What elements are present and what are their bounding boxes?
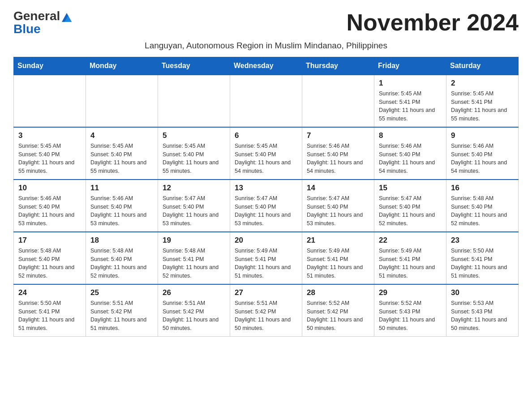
day-info: Sunrise: 5:48 AM Sunset: 5:40 PM Dayligh… bbox=[90, 247, 153, 280]
col-wednesday: Wednesday bbox=[230, 57, 302, 75]
day-number: 8 bbox=[379, 131, 442, 140]
day-cell: 28Sunrise: 5:52 AM Sunset: 5:42 PM Dayli… bbox=[302, 284, 374, 337]
week-row-4: 17Sunrise: 5:48 AM Sunset: 5:40 PM Dayli… bbox=[14, 232, 519, 284]
day-cell: 3Sunrise: 5:45 AM Sunset: 5:40 PM Daylig… bbox=[14, 127, 86, 180]
day-cell: 18Sunrise: 5:48 AM Sunset: 5:40 PM Dayli… bbox=[86, 232, 158, 284]
day-cell: 5Sunrise: 5:45 AM Sunset: 5:40 PM Daylig… bbox=[158, 127, 230, 180]
day-cell bbox=[158, 75, 230, 127]
col-thursday: Thursday bbox=[302, 57, 374, 75]
month-title: November 2024 bbox=[347, 9, 519, 36]
day-info: Sunrise: 5:46 AM Sunset: 5:40 PM Dayligh… bbox=[451, 142, 514, 176]
subtitle: Languyan, Autonomous Region in Muslim Mi… bbox=[13, 41, 519, 51]
day-cell bbox=[86, 75, 158, 127]
day-info: Sunrise: 5:49 AM Sunset: 5:41 PM Dayligh… bbox=[235, 247, 297, 280]
page-header: General Blue November 2024 bbox=[13, 9, 519, 36]
day-info: Sunrise: 5:46 AM Sunset: 5:40 PM Dayligh… bbox=[18, 194, 81, 228]
day-number: 14 bbox=[307, 184, 369, 193]
day-info: Sunrise: 5:49 AM Sunset: 5:41 PM Dayligh… bbox=[379, 247, 442, 280]
day-cell bbox=[14, 75, 86, 127]
day-info: Sunrise: 5:52 AM Sunset: 5:42 PM Dayligh… bbox=[307, 299, 369, 333]
day-info: Sunrise: 5:46 AM Sunset: 5:40 PM Dayligh… bbox=[90, 194, 153, 228]
day-number: 17 bbox=[18, 236, 81, 245]
week-row-5: 24Sunrise: 5:50 AM Sunset: 5:41 PM Dayli… bbox=[14, 284, 519, 337]
day-number: 24 bbox=[18, 288, 81, 297]
day-info: Sunrise: 5:50 AM Sunset: 5:41 PM Dayligh… bbox=[451, 247, 514, 280]
day-number: 15 bbox=[379, 184, 442, 193]
calendar-header-row: Sunday Monday Tuesday Wednesday Thursday… bbox=[14, 57, 519, 75]
day-cell: 13Sunrise: 5:47 AM Sunset: 5:40 PM Dayli… bbox=[230, 180, 302, 232]
day-cell: 11Sunrise: 5:46 AM Sunset: 5:40 PM Dayli… bbox=[86, 180, 158, 232]
day-number: 10 bbox=[18, 184, 81, 193]
day-cell: 30Sunrise: 5:53 AM Sunset: 5:43 PM Dayli… bbox=[446, 284, 519, 337]
day-number: 26 bbox=[163, 288, 225, 297]
day-cell bbox=[302, 75, 374, 127]
day-info: Sunrise: 5:46 AM Sunset: 5:40 PM Dayligh… bbox=[379, 142, 442, 176]
day-number: 18 bbox=[90, 236, 153, 245]
day-cell: 29Sunrise: 5:52 AM Sunset: 5:43 PM Dayli… bbox=[374, 284, 446, 337]
day-cell: 8Sunrise: 5:46 AM Sunset: 5:40 PM Daylig… bbox=[374, 127, 446, 180]
day-info: Sunrise: 5:45 AM Sunset: 5:40 PM Dayligh… bbox=[90, 142, 153, 176]
day-cell: 23Sunrise: 5:50 AM Sunset: 5:41 PM Dayli… bbox=[446, 232, 519, 284]
day-cell: 12Sunrise: 5:47 AM Sunset: 5:40 PM Dayli… bbox=[158, 180, 230, 232]
day-info: Sunrise: 5:50 AM Sunset: 5:41 PM Dayligh… bbox=[18, 299, 81, 333]
day-number: 27 bbox=[235, 288, 297, 297]
day-cell: 9Sunrise: 5:46 AM Sunset: 5:40 PM Daylig… bbox=[446, 127, 519, 180]
day-number: 23 bbox=[451, 236, 514, 245]
day-number: 29 bbox=[379, 288, 442, 297]
logo: General Blue bbox=[13, 9, 72, 36]
day-info: Sunrise: 5:53 AM Sunset: 5:43 PM Dayligh… bbox=[451, 299, 514, 333]
day-cell: 16Sunrise: 5:48 AM Sunset: 5:40 PM Dayli… bbox=[446, 180, 519, 232]
day-cell: 1Sunrise: 5:45 AM Sunset: 5:41 PM Daylig… bbox=[374, 75, 446, 127]
day-info: Sunrise: 5:51 AM Sunset: 5:42 PM Dayligh… bbox=[90, 299, 153, 333]
logo-arrow-icon bbox=[62, 13, 72, 24]
day-cell: 22Sunrise: 5:49 AM Sunset: 5:41 PM Dayli… bbox=[374, 232, 446, 284]
day-info: Sunrise: 5:51 AM Sunset: 5:42 PM Dayligh… bbox=[235, 299, 297, 333]
day-cell: 17Sunrise: 5:48 AM Sunset: 5:40 PM Dayli… bbox=[14, 232, 86, 284]
day-number: 9 bbox=[451, 131, 514, 140]
day-info: Sunrise: 5:48 AM Sunset: 5:41 PM Dayligh… bbox=[163, 247, 225, 280]
week-row-1: 1Sunrise: 5:45 AM Sunset: 5:41 PM Daylig… bbox=[14, 75, 519, 127]
day-number: 3 bbox=[18, 131, 81, 140]
day-info: Sunrise: 5:45 AM Sunset: 5:40 PM Dayligh… bbox=[163, 142, 225, 176]
day-number: 21 bbox=[307, 236, 369, 245]
day-cell: 15Sunrise: 5:47 AM Sunset: 5:40 PM Dayli… bbox=[374, 180, 446, 232]
day-number: 11 bbox=[90, 184, 153, 193]
day-cell: 27Sunrise: 5:51 AM Sunset: 5:42 PM Dayli… bbox=[230, 284, 302, 337]
day-cell: 24Sunrise: 5:50 AM Sunset: 5:41 PM Dayli… bbox=[14, 284, 86, 337]
week-row-3: 10Sunrise: 5:46 AM Sunset: 5:40 PM Dayli… bbox=[14, 180, 519, 232]
day-number: 6 bbox=[235, 131, 297, 140]
day-info: Sunrise: 5:45 AM Sunset: 5:40 PM Dayligh… bbox=[18, 142, 81, 176]
day-info: Sunrise: 5:52 AM Sunset: 5:43 PM Dayligh… bbox=[379, 299, 442, 333]
day-cell: 6Sunrise: 5:45 AM Sunset: 5:40 PM Daylig… bbox=[230, 127, 302, 180]
day-cell: 7Sunrise: 5:46 AM Sunset: 5:40 PM Daylig… bbox=[302, 127, 374, 180]
day-info: Sunrise: 5:47 AM Sunset: 5:40 PM Dayligh… bbox=[163, 194, 225, 228]
day-info: Sunrise: 5:45 AM Sunset: 5:41 PM Dayligh… bbox=[379, 90, 442, 123]
day-number: 4 bbox=[90, 131, 153, 140]
day-info: Sunrise: 5:47 AM Sunset: 5:40 PM Dayligh… bbox=[307, 194, 369, 228]
logo-general-text: General bbox=[13, 9, 60, 23]
day-number: 28 bbox=[307, 288, 369, 297]
day-cell: 4Sunrise: 5:45 AM Sunset: 5:40 PM Daylig… bbox=[86, 127, 158, 180]
day-cell: 10Sunrise: 5:46 AM Sunset: 5:40 PM Dayli… bbox=[14, 180, 86, 232]
day-cell: 19Sunrise: 5:48 AM Sunset: 5:41 PM Dayli… bbox=[158, 232, 230, 284]
day-cell: 21Sunrise: 5:49 AM Sunset: 5:41 PM Dayli… bbox=[302, 232, 374, 284]
day-info: Sunrise: 5:48 AM Sunset: 5:40 PM Dayligh… bbox=[18, 247, 81, 280]
day-cell: 25Sunrise: 5:51 AM Sunset: 5:42 PM Dayli… bbox=[86, 284, 158, 337]
calendar-table: Sunday Monday Tuesday Wednesday Thursday… bbox=[13, 57, 519, 337]
week-row-2: 3Sunrise: 5:45 AM Sunset: 5:40 PM Daylig… bbox=[14, 127, 519, 180]
day-number: 7 bbox=[307, 131, 369, 140]
day-number: 16 bbox=[451, 184, 514, 193]
day-number: 25 bbox=[90, 288, 153, 297]
day-number: 22 bbox=[379, 236, 442, 245]
day-info: Sunrise: 5:49 AM Sunset: 5:41 PM Dayligh… bbox=[307, 247, 369, 280]
day-number: 2 bbox=[451, 79, 514, 88]
day-info: Sunrise: 5:45 AM Sunset: 5:40 PM Dayligh… bbox=[235, 142, 297, 176]
day-cell: 26Sunrise: 5:51 AM Sunset: 5:42 PM Dayli… bbox=[158, 284, 230, 337]
day-number: 20 bbox=[235, 236, 297, 245]
day-number: 13 bbox=[235, 184, 297, 193]
col-tuesday: Tuesday bbox=[158, 57, 230, 75]
day-info: Sunrise: 5:47 AM Sunset: 5:40 PM Dayligh… bbox=[235, 194, 297, 228]
day-info: Sunrise: 5:46 AM Sunset: 5:40 PM Dayligh… bbox=[307, 142, 369, 176]
day-number: 5 bbox=[163, 131, 225, 140]
logo-blue-text: Blue bbox=[13, 22, 41, 36]
